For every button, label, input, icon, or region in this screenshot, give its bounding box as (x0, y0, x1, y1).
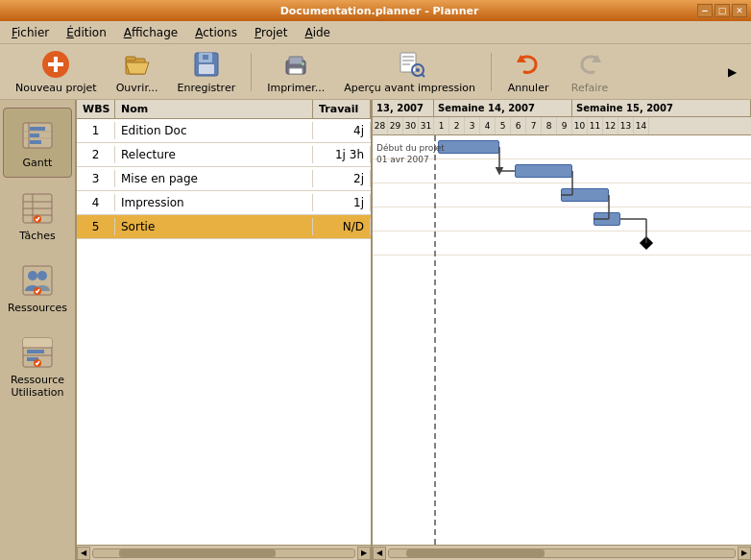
scroll-right-btn[interactable]: ▶ (357, 547, 371, 560)
svg-rect-14 (402, 56, 414, 58)
cell-wbs-4: 4 (77, 194, 115, 211)
cell-wbs-2: 2 (77, 146, 115, 163)
new-project-label: Nouveau projet (15, 82, 97, 94)
preview-button[interactable]: Aperçu avant impression (336, 45, 483, 98)
svg-line-19 (422, 74, 424, 77)
gantt-header-days: 28 29 30 31 1 2 3 4 5 6 7 8 9 10 (373, 117, 751, 134)
menu-edition[interactable]: Édition (59, 24, 114, 41)
gantt-icon (18, 116, 57, 155)
table-row[interactable]: 1 Edition Doc 4j (77, 119, 371, 143)
sidebar-item-taches[interactable]: Tâches (3, 182, 72, 250)
svg-rect-11 (289, 68, 303, 74)
table-row[interactable]: 3 Mise en page 2j (77, 167, 371, 191)
resources-icon (18, 261, 57, 300)
sidebar-item-ressource-utilisation[interactable]: Ressource Utilisation (3, 326, 72, 406)
cell-travail-1: 4j (313, 122, 371, 139)
cell-travail-4: 1j (313, 194, 371, 211)
redo-icon (574, 49, 605, 80)
header-wbs: WBS (77, 100, 115, 118)
title-bar: Documentation.planner - Planner − □ ✕ (0, 0, 751, 21)
minimize-button[interactable]: − (697, 4, 713, 17)
gantt-row-4 (373, 207, 751, 231)
task-table: WBS Nom Travail 1 Edition Doc 4j 2 Relec… (77, 100, 373, 545)
toolbar-expand-button[interactable]: ▶ (728, 65, 743, 79)
main-content: Gantt Tâches (0, 100, 751, 560)
scroll-left-btn[interactable]: ◀ (77, 547, 90, 560)
menu-bar: Fichier Édition Affichage Actions Projet… (0, 21, 751, 44)
gantt-bar-1 (438, 140, 499, 154)
cell-travail-3: 2j (313, 170, 371, 187)
close-button[interactable]: ✕ (732, 4, 747, 17)
scroll-bar-gantt: ◀ ▶ (373, 546, 751, 560)
gantt-milestone-5 (640, 236, 653, 250)
table-row[interactable]: 5 Sortie N/D (77, 215, 371, 239)
open-label: Ouvrir... (116, 82, 158, 94)
gantt-bar-2 (515, 164, 572, 178)
undo-button[interactable]: Annuler (499, 45, 557, 98)
day-13: 13 (618, 117, 634, 134)
scroll-track-table[interactable] (92, 548, 355, 558)
gantt-container: WBS Nom Travail 1 Edition Doc 4j 2 Relec… (77, 100, 751, 545)
cell-travail-2: 1j 3h (313, 146, 371, 163)
svg-rect-12 (302, 62, 304, 65)
new-project-button[interactable]: Nouveau projet (8, 45, 105, 98)
svg-rect-24 (30, 127, 45, 131)
sidebar: Gantt Tâches (0, 100, 77, 560)
table-row[interactable]: 4 Impression 1j (77, 191, 371, 215)
header-travail: Travail (313, 100, 371, 118)
day-2: 2 (449, 117, 465, 134)
resource-util-icon (18, 333, 57, 372)
gantt-header-weeks: 13, 2007 Semaine 14, 2007 Semaine 15, 20… (373, 100, 751, 117)
preview-icon (395, 49, 425, 80)
menu-projet[interactable]: Projet (247, 24, 295, 41)
redo-button[interactable]: Refaire (561, 45, 618, 98)
day-10: 10 (572, 117, 588, 134)
svg-point-18 (416, 68, 420, 72)
week-14: Semaine 14, 2007 (434, 100, 572, 116)
scroll-track-gantt[interactable] (388, 548, 736, 558)
cell-wbs-5: 5 (77, 218, 115, 235)
preview-label: Aperçu avant impression (344, 82, 475, 94)
week-13: 13, 2007 (373, 100, 434, 116)
scroll-thumb-table[interactable] (119, 549, 276, 557)
ressource-utilisation-label: Ressource Utilisation (7, 374, 68, 399)
cell-nom-3: Mise en page (115, 170, 313, 187)
menu-aide[interactable]: Aide (297, 24, 338, 41)
scroll-bar-container: ◀ ▶ ◀ ▶ (77, 545, 751, 560)
svg-rect-40 (23, 338, 52, 348)
print-icon (280, 49, 311, 80)
svg-rect-8 (203, 55, 208, 60)
sidebar-item-gantt[interactable]: Gantt (3, 108, 72, 178)
week-15: Semaine 15, 2007 (572, 100, 751, 116)
taches-label: Tâches (19, 230, 56, 242)
cell-nom-4: Impression (115, 194, 313, 211)
window-controls: − □ ✕ (697, 4, 747, 17)
day-12: 12 (603, 117, 618, 134)
tasks-icon (18, 189, 57, 228)
scroll-gantt-left-btn[interactable]: ◀ (373, 547, 386, 560)
day-14: 14 (634, 117, 649, 134)
window-title: Documentation.planner - Planner (61, 5, 697, 17)
svg-rect-10 (289, 57, 303, 64)
ressources-label: Ressources (8, 302, 67, 314)
day-4: 4 (480, 117, 496, 134)
new-project-icon (40, 49, 71, 80)
maximize-button[interactable]: □ (715, 4, 730, 17)
header-nom: Nom (115, 100, 313, 118)
svg-rect-25 (30, 134, 39, 137)
print-button[interactable]: Imprimer... (259, 45, 332, 98)
menu-actions[interactable]: Actions (187, 24, 245, 41)
scroll-gantt-right-btn[interactable]: ▶ (738, 547, 751, 560)
save-label: Enregistrer (178, 82, 236, 94)
sidebar-item-ressources[interactable]: Ressources (3, 254, 72, 322)
svg-rect-16 (402, 63, 410, 65)
menu-affichage[interactable]: Affichage (116, 24, 185, 41)
scroll-thumb-gantt[interactable] (406, 549, 545, 557)
toolbar-separator-2 (491, 53, 492, 91)
table-row[interactable]: 2 Relecture 1j 3h (77, 143, 371, 167)
save-button[interactable]: Enregistrer (170, 45, 244, 98)
cell-wbs-3: 3 (77, 170, 115, 187)
table-header: WBS Nom Travail (77, 100, 371, 119)
menu-fichier[interactable]: Fichier (4, 24, 57, 41)
open-button[interactable]: Ouvrir... (109, 45, 166, 98)
